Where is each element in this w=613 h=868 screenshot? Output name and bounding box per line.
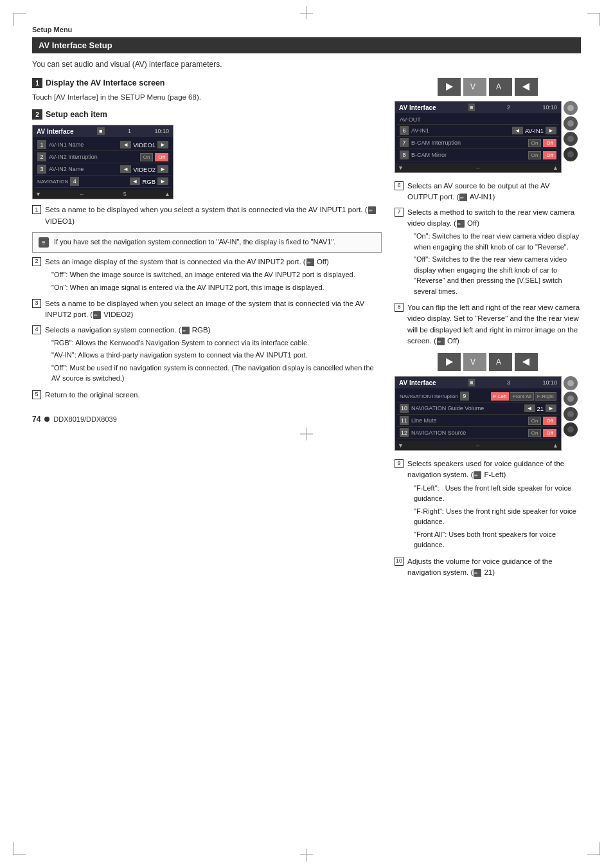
item-1-num: 1 (32, 205, 41, 214)
media-icon-play (438, 78, 461, 96)
av-screen-right-1-bottom: ▼ ← ▲ (395, 163, 561, 172)
pencil-icon-r7: ✏ (456, 219, 465, 228)
right-item-9-sub-1: "F-Left": Uses the front left side speak… (414, 483, 581, 504)
av-right2-row-3-num: 11 (400, 416, 409, 425)
av-row-2-value: On Off (140, 153, 168, 161)
right-item-7-num: 7 (395, 208, 404, 217)
svg-marker-27 (522, 358, 529, 366)
av-out-row: AV-OUT (397, 115, 559, 125)
svg-point-15 (567, 120, 574, 127)
av-out-label: AV-OUT (400, 116, 556, 123)
av-screen-left-icons: ■ (97, 127, 104, 135)
item-4-sub-3: "Off": Must be used if no navigation sys… (51, 363, 382, 384)
item-list-right-1: 6 Selects an AV source to be output at t… (395, 181, 581, 347)
svg-text:✏: ✏ (369, 208, 373, 213)
note-text: If you have set the navigation system co… (54, 238, 335, 246)
btn-off-r2[interactable]: Off (543, 139, 556, 147)
right-item-9-sub-2: "F-Right": Uses the front right side spe… (414, 506, 581, 527)
item-2-sublist: "Off": When the image source is switched… (45, 269, 382, 293)
svg-text:A: A (496, 82, 501, 91)
item-2-text: Sets an image display of the system that… (45, 257, 382, 294)
item-4: 4 Selects a navigation system connection… (32, 325, 382, 386)
right-item-8-num: 8 (395, 303, 404, 312)
right-item-7-sub-2: "Off": Switches to the the rear view cam… (414, 254, 581, 296)
btn-fleft[interactable]: F-Left (491, 392, 510, 401)
av-screen-left-body: 1 AV-IN1 Name ◄ VIDEO1 ► 2 AV-IN2 Interr… (33, 137, 173, 190)
av-right-row-1: 6 AV-IN1 ◄ AV-IN1 ► (397, 125, 559, 137)
item-2: 2 Sets an image display of the system th… (32, 257, 382, 294)
av-row-1-value: ◄ VIDEO1 ► (120, 141, 168, 149)
item-3-text: Sets a name to be displayed when you sel… (45, 298, 382, 321)
right-item-10: 10 Adjusts the volume for voice guidance… (395, 556, 581, 579)
svg-point-30 (567, 411, 574, 417)
av-row-3-value: ◄ VIDEO2 ► (120, 165, 168, 173)
av-screen-right-2-icons: ■ (468, 379, 474, 386)
av-screen-right-1-page: 2 (507, 104, 510, 111)
btn-off-r3b[interactable]: Off (543, 417, 556, 425)
av-right-row-3-num: 8 (400, 150, 409, 159)
av-right-row-3: 8 B-CAM Mirror On Off (397, 149, 559, 161)
btn-off-2[interactable]: Off (155, 153, 168, 161)
step2-title: 2 Setup each item (32, 109, 382, 120)
right-item-6-num: 6 (395, 181, 404, 190)
screen-with-sidebar-1: AV Interface ■ 2 10:10 AV-OUT (395, 101, 581, 177)
item-4-num: 4 (32, 325, 41, 334)
corner-br (587, 842, 600, 855)
av-right2-row-1-label: NAVIGATION Interruption (400, 393, 458, 399)
av-right2-row-1-value: F-Left Front All F-Right (491, 392, 556, 401)
btn-off-r3[interactable]: Off (543, 151, 556, 159)
btn-frontall[interactable]: Front All (510, 392, 533, 401)
av-right-row-1-num: 6 (400, 126, 409, 135)
av-screen-left: AV Interface ■ 1 10:10 1 AV-IN1 Name ◄ V… (32, 125, 173, 199)
sidebar-icon-2-4 (564, 422, 578, 437)
svg-point-29 (567, 395, 574, 402)
right-item-7-text: Selects a method to switch to the rear v… (407, 207, 581, 299)
svg-text:✏: ✏ (438, 339, 441, 344)
pencil-icon-r9: ✏ (473, 471, 482, 480)
item-list-left-2: 2 Sets an image display of the system th… (32, 257, 382, 401)
corner-tl (13, 13, 26, 26)
item-2-num: 2 (32, 257, 41, 266)
av-screen-right-2: AV Interface ■ 3 10:10 NAVIGATION Interr… (395, 376, 562, 451)
av-screen-back-icon: ← (79, 191, 85, 197)
svg-text:✏: ✏ (94, 313, 98, 318)
av-row-3-label: AV-IN2 Name (49, 166, 120, 172)
item-4-sublist: "RGB": Allows the Kenwood's Navigation S… (45, 338, 382, 384)
item-5-num: 5 (32, 390, 41, 399)
av-right2-row-2-value: ◄ 21 ► (524, 404, 556, 412)
sidebar-icons-2 (564, 376, 578, 437)
item-5: 5 Return to the original screen. (32, 390, 382, 401)
av-right2-row-3: 11 Line Mute On Off (397, 415, 559, 427)
pencil-icon-r10: ✏ (473, 568, 482, 577)
btn-on-r3[interactable]: On (528, 151, 542, 159)
av-right2-row-1: NAVIGATION Interruption 9 F-Left Front A… (397, 390, 559, 402)
btn-on-r4[interactable]: On (528, 429, 542, 437)
av-row-3-num: 3 (37, 165, 46, 174)
right-item-6: 6 Selects an AV source to be output at t… (395, 181, 581, 203)
sidebar-icon-1 (564, 101, 578, 115)
btn-fright[interactable]: F-Right (535, 392, 556, 401)
media-icon-back-2 (515, 353, 538, 371)
screen-with-sidebar-2: AV Interface ■ 3 10:10 NAVIGATION Interr… (395, 376, 581, 455)
btn-on-r3b[interactable]: On (528, 417, 542, 425)
step1-content: Touch [AV Interface] in the SETUP Menu (… (32, 92, 382, 103)
av-screen-right-1-title: AV Interface (399, 104, 436, 111)
svg-text:✏: ✏ (182, 329, 186, 333)
pencil-icon-r8: ✏ (436, 337, 445, 346)
right-item-10-num: 10 (395, 557, 404, 566)
sidebar-icon-2-3 (564, 407, 578, 421)
av-right2-row-1-num: 9 (460, 392, 469, 401)
right-item-9-num: 9 (395, 459, 404, 468)
av-screen-right-1-header: AV Interface ■ 2 10:10 (395, 102, 561, 113)
av-right-row-2-label: B-CAM Interruption (411, 140, 461, 146)
svg-text:A: A (496, 357, 501, 366)
right-item-7-sub-1: "On": Switches to the rear view camera v… (414, 231, 581, 252)
right-item-9-text: Selects speakers used for voice guidance… (407, 458, 581, 552)
item-4-sub-1: "RGB": Allows the Kenwood's Navigation S… (51, 338, 382, 348)
svg-point-28 (567, 380, 574, 386)
av-right-row-1-value: ◄ AV-IN1 ► (512, 127, 556, 134)
btn-off-r4[interactable]: Off (543, 429, 556, 437)
section-header: AV Interface Setup (32, 37, 581, 53)
btn-on-2[interactable]: On (140, 153, 154, 161)
btn-on-r2[interactable]: On (528, 139, 542, 147)
